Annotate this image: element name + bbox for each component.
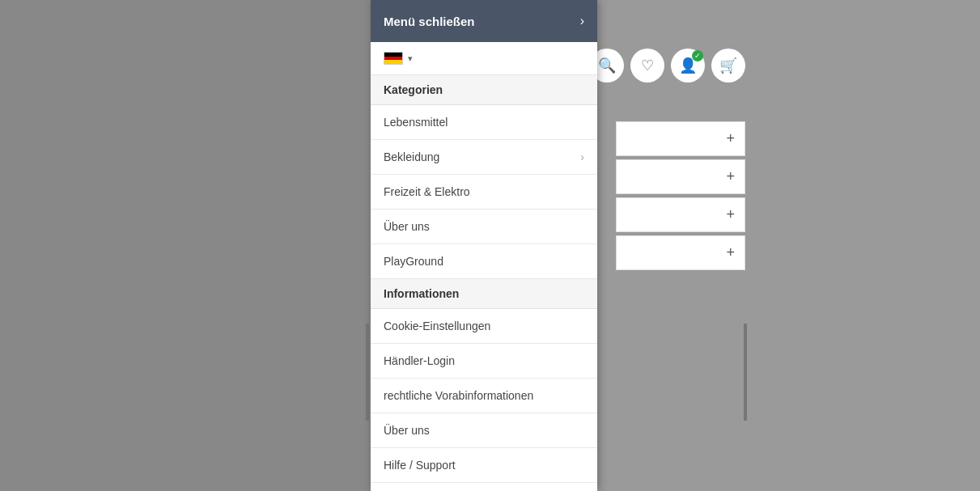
kategorien-label: Kategorien [384, 83, 443, 96]
left-vertical-divider [366, 324, 369, 421]
hilfe-label: Hilfe / Support [384, 459, 456, 472]
wishlist-button[interactable]: ♡ [630, 49, 664, 83]
check-icon: ✓ [694, 52, 701, 60]
haendler-login-label: Händler-Login [384, 354, 455, 367]
language-selector[interactable]: ▾ [371, 42, 597, 75]
accordion-plus-1: + [726, 130, 735, 147]
menu-item-hilfe[interactable]: Hilfe / Support [371, 448, 597, 483]
ueber-uns-info-label: Über uns [384, 424, 430, 437]
accordion-plus-2: + [726, 168, 735, 185]
ueber-uns-label: Über uns [384, 220, 430, 233]
menu-item-haendler-login[interactable]: Händler-Login [371, 344, 597, 379]
menu-item-bekleidung[interactable]: Bekleidung › [371, 140, 597, 175]
rechtliche-label: rechtliche Vorabinformationen [384, 389, 533, 402]
language-dropdown-arrow: ▾ [408, 53, 413, 64]
cookie-label: Cookie-Einstellungen [384, 320, 490, 332]
kategorien-section-header: Kategorien [371, 75, 597, 105]
menu-item-freizeit[interactable]: Freizeit & Elektro [371, 175, 597, 210]
right-vertical-divider [744, 324, 747, 421]
menu-item-rechtliche[interactable]: rechtliche Vorabinformationen [371, 379, 597, 413]
german-flag-icon [384, 52, 403, 65]
menu-item-cookie[interactable]: Cookie-Einstellungen [371, 309, 597, 344]
heart-icon: ♡ [641, 57, 654, 74]
menu-overlay: Menü schließen › ▾ Kategorien Lebensmitt… [371, 0, 597, 491]
menu-close-label: Menü schließen [384, 15, 475, 28]
menu-item-playground[interactable]: PlayGround [371, 244, 597, 279]
menu-item-ueber-uns[interactable]: Über uns [371, 210, 597, 244]
cart-icon: 🛒 [719, 57, 737, 74]
accordion-item-1[interactable]: + [616, 121, 745, 156]
cart-button[interactable]: 🛒 [711, 49, 745, 83]
chevron-right-icon: › [580, 14, 584, 28]
playground-label: PlayGround [384, 255, 443, 268]
header-icons: 🔍 ♡ 👤 ✓ 🛒 [590, 49, 745, 83]
informationen-label: Informationen [384, 287, 459, 300]
lebensmittel-label: Lebensmittel [384, 116, 448, 129]
menu-header[interactable]: Menü schließen › [371, 0, 597, 42]
menu-item-ueber-uns-info[interactable]: Über uns [371, 413, 597, 448]
search-icon: 🔍 [598, 57, 616, 74]
bekleidung-label: Bekleidung [384, 150, 439, 163]
accordion-item-2[interactable]: + [616, 159, 745, 194]
informationen-section-header: Informationen [371, 279, 597, 309]
bekleidung-arrow-icon: › [580, 150, 584, 163]
account-badge: ✓ [692, 50, 703, 61]
flag-gold-stripe [384, 60, 402, 64]
freizeit-label: Freizeit & Elektro [384, 185, 470, 198]
menu-item-lebensmittel[interactable]: Lebensmittel [371, 105, 597, 140]
account-button[interactable]: 👤 ✓ [671, 49, 705, 83]
